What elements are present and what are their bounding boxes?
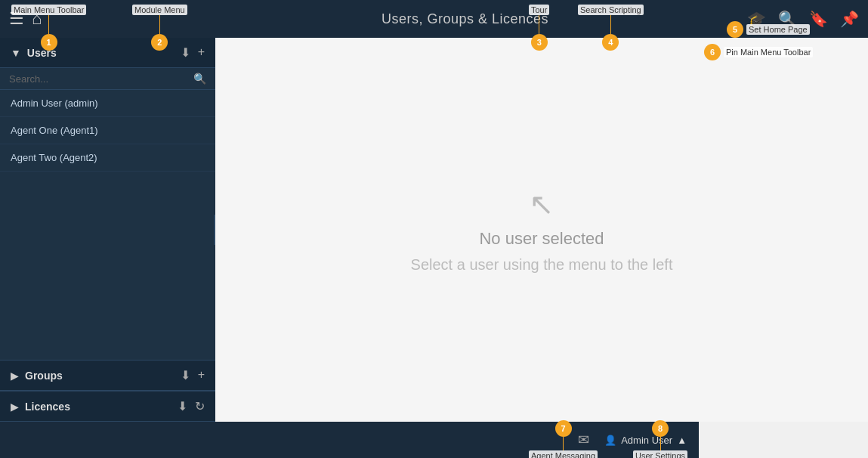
- status-bar: ✉ 👤 Admin User ▲: [0, 422, 699, 458]
- users-section-label: Users: [27, 47, 181, 59]
- search-input[interactable]: [9, 73, 193, 85]
- pin-icon[interactable]: 📌: [840, 10, 859, 28]
- users-section-icons: ⬇ +: [181, 45, 205, 60]
- list-item[interactable]: Agent One (Agent1): [0, 117, 215, 144]
- main-toolbar: ☰ ⌂ Users, Groups & Licences 🎓 🔍 🔖 📌: [0, 0, 868, 38]
- user-avatar-icon: 👤: [604, 435, 616, 446]
- groups-export-icon[interactable]: ⬇: [181, 368, 190, 382]
- groups-section-label: Groups: [25, 370, 181, 382]
- hamburger-icon[interactable]: ☰: [9, 9, 24, 29]
- users-section-header[interactable]: ▼ Users ⬇ +: [0, 38, 215, 68]
- app-body: ▼ Users ⬇ + 🔍 Admin User (admin) Agent O…: [0, 38, 868, 422]
- sidebar: ▼ Users ⬇ + 🔍 Admin User (admin) Agent O…: [0, 38, 215, 422]
- tour-icon[interactable]: 🎓: [747, 10, 766, 28]
- search-submit-icon[interactable]: 🔍: [193, 73, 206, 85]
- search-icon[interactable]: 🔍: [778, 10, 797, 28]
- licences-section-icons: ⬇ ↻: [178, 399, 205, 413]
- licences-export-icon[interactable]: ⬇: [178, 399, 187, 413]
- users-chevron-icon: ▼: [11, 47, 21, 59]
- groups-section-icons: ⬇ +: [181, 368, 205, 382]
- licences-refresh-icon[interactable]: ↻: [195, 399, 205, 413]
- no-user-icon: ↖: [529, 187, 554, 221]
- no-user-title: No user selected: [479, 229, 604, 249]
- search-row: 🔍: [0, 68, 215, 90]
- toolbar-right: 🎓 🔍 🔖 📌: [747, 10, 859, 28]
- toolbar-left: ☰ ⌂: [9, 9, 183, 29]
- no-user-subtitle: Select a user using the menu to the left: [411, 256, 673, 274]
- status-chevron-icon: ▲: [677, 435, 687, 446]
- main-panel: ↖ No user selected Select a user using t…: [215, 38, 868, 422]
- bookmark-icon[interactable]: 🔖: [809, 10, 828, 28]
- sidebar-collapse-handle[interactable]: ‹: [214, 215, 215, 245]
- mail-icon[interactable]: ✉: [578, 432, 589, 448]
- page-title: Users, Groups & Licences: [183, 11, 747, 27]
- list-item[interactable]: Admin User (admin): [0, 90, 215, 117]
- users-add-icon[interactable]: +: [198, 45, 205, 60]
- users-export-icon[interactable]: ⬇: [181, 45, 190, 60]
- licences-chevron-icon: ▶: [11, 401, 19, 413]
- list-item[interactable]: Agent Two (Agent2): [0, 144, 215, 172]
- licences-section-label: Licences: [25, 401, 178, 413]
- groups-section-header[interactable]: ▶ Groups ⬇ +: [0, 360, 215, 391]
- groups-add-icon[interactable]: +: [198, 368, 205, 382]
- home-icon[interactable]: ⌂: [32, 9, 42, 29]
- user-settings-button[interactable]: 👤 Admin User ▲: [604, 435, 687, 446]
- groups-chevron-icon: ▶: [11, 370, 19, 382]
- user-name-label: Admin User: [621, 435, 672, 446]
- licences-section-header[interactable]: ▶ Licences ⬇ ↻: [0, 391, 215, 422]
